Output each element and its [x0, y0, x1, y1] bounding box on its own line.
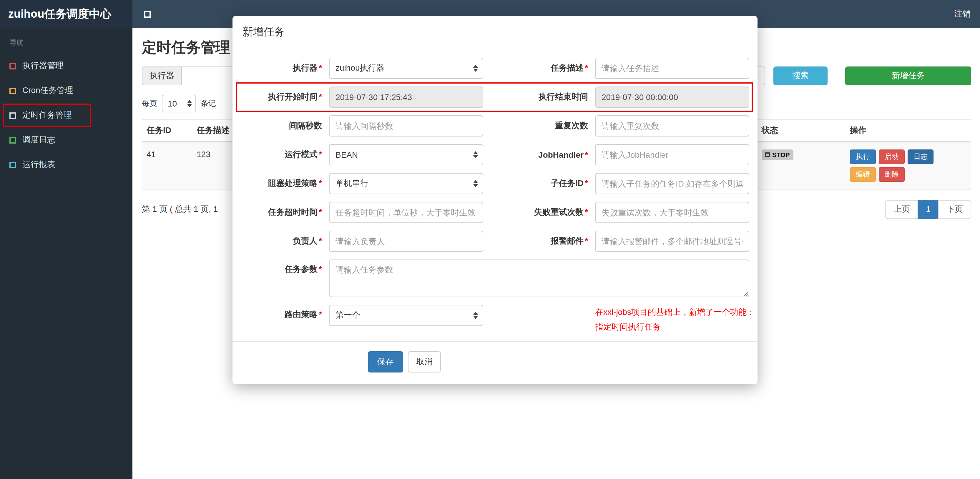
gray-square-icon [10, 112, 16, 119]
next-page-button[interactable]: 下页 [938, 200, 971, 219]
timeout-label: 任务超时时间* [241, 207, 322, 218]
block-strategy-label: 阻塞处理策略* [241, 178, 322, 189]
per-page-select[interactable]: 10 [162, 95, 196, 112]
form-row-time: 执行开始时间* 执行结束时间 [241, 86, 749, 108]
sidebar-item-label: 运行报表 [22, 159, 55, 170]
page-1-button[interactable]: 1 [918, 200, 939, 219]
select-arrows-icon [187, 100, 192, 107]
form-row: 运行模式* BEAN JobHandler* [241, 144, 749, 166]
cell-task-id: 41 [142, 142, 192, 189]
job-handler-input[interactable] [595, 144, 749, 166]
sidebar-item-scheduled-task-management[interactable]: 定时任务管理 [0, 103, 132, 128]
col-header-actions: 操作 [845, 120, 971, 141]
green-square-icon [10, 137, 16, 143]
sidebar-item-running-report[interactable]: 运行报表 [0, 153, 132, 177]
sidebar-toggle-button[interactable] [144, 11, 151, 18]
run-mode-select[interactable]: BEAN [329, 144, 483, 166]
per-page-prefix: 每页 [142, 98, 157, 109]
run-button[interactable]: 执行 [850, 150, 876, 164]
params-textarea[interactable] [329, 259, 749, 297]
add-task-button[interactable]: 新增任务 [845, 67, 971, 85]
select-arrows-icon [473, 180, 478, 187]
app-window: zuihou任务调度中心 注销 导航 执行器管理 Cron任务管理 定时任务管理 [0, 0, 980, 479]
required-marker: * [319, 207, 322, 216]
form-row: 执行器* zuihou执行器 任务描述* [241, 58, 749, 79]
save-button[interactable]: 保存 [368, 351, 403, 372]
route-strategy-select[interactable]: 第一个 [329, 305, 483, 326]
required-marker: * [585, 207, 588, 216]
cell-actions: 执行 启动 日志 编辑 删除 [845, 142, 939, 189]
required-marker: * [319, 236, 322, 245]
repeat-input[interactable] [595, 115, 749, 137]
modal-footer: 保存 取消 [232, 341, 757, 384]
retry-input[interactable] [595, 202, 749, 223]
modal-title: 新增任务 [232, 16, 757, 48]
per-page-suffix: 条记 [201, 98, 216, 109]
logout-link[interactable]: 注销 [954, 9, 970, 19]
form-row: 阻塞处理策略* 单机串行 子任务ID* [241, 173, 749, 194]
repeat-label: 重复次数 [490, 121, 588, 131]
timeout-input[interactable] [329, 202, 483, 223]
log-button[interactable]: 日志 [908, 150, 934, 164]
feature-note-line1: 在xxl-jobs项目的基础上，新增了一个功能： [595, 305, 749, 319]
stop-square-icon [765, 153, 770, 157]
child-job-input[interactable] [595, 173, 749, 194]
feature-note-line2: 指定时间执行任务 [595, 319, 749, 334]
search-button[interactable]: 搜索 [773, 67, 827, 85]
alarm-email-label: 报警邮件* [490, 236, 588, 247]
interval-input[interactable] [329, 115, 483, 137]
form-row: 负责人* 报警邮件* [241, 231, 749, 252]
start-time-label: 执行开始时间* [241, 92, 322, 102]
sidebar-item-dispatch-log[interactable]: 调度日志 [0, 128, 132, 153]
route-strategy-label: 路由策略* [241, 310, 322, 320]
brand-logo: zuihou任务调度中心 [0, 0, 132, 28]
prev-page-button[interactable]: 上页 [885, 200, 918, 219]
params-label: 任务参数* [241, 264, 322, 275]
sidebar-item-executor-management[interactable]: 执行器管理 [0, 54, 132, 78]
start-time-input[interactable] [329, 86, 483, 108]
sidebar-item-label: 执行器管理 [22, 60, 64, 71]
sidebar-item-cron-task-management[interactable]: Cron任务管理 [0, 78, 132, 103]
cell-status: STOP [757, 142, 845, 189]
required-marker: * [319, 310, 322, 319]
child-job-label: 子任务ID* [490, 178, 588, 189]
select-arrows-icon [473, 65, 478, 72]
required-marker: * [585, 150, 588, 159]
required-marker: * [319, 178, 322, 188]
executor-filter-label: 执行器 [142, 67, 181, 85]
col-header-status: 状态 [757, 120, 845, 141]
pagination: 上页 1 下页 [885, 200, 971, 219]
block-strategy-select[interactable]: 单机串行 [329, 173, 483, 194]
cyan-square-icon [10, 162, 16, 168]
feature-note: 在xxl-jobs项目的基础上，新增了一个功能： 指定时间执行任务 [595, 305, 749, 334]
owner-input[interactable] [329, 231, 483, 252]
select-arrows-icon [473, 312, 478, 319]
cancel-button[interactable]: 取消 [408, 351, 441, 372]
alarm-email-input[interactable] [595, 231, 749, 252]
task-desc-input[interactable] [595, 58, 749, 79]
orange-square-icon [10, 88, 16, 94]
run-mode-label: 运行模式* [241, 150, 322, 160]
end-time-input[interactable] [595, 86, 749, 108]
red-square-icon [10, 63, 16, 69]
form-row: 任务超时时间* 失败重试次数* [241, 202, 749, 223]
delete-button[interactable]: 删除 [879, 167, 905, 182]
sidebar-item-label: 定时任务管理 [22, 110, 72, 121]
edit-button[interactable]: 编辑 [850, 167, 876, 182]
required-marker: * [585, 178, 588, 188]
executor-select[interactable]: zuihou执行器 [329, 58, 483, 79]
sidebar: 导航 执行器管理 Cron任务管理 定时任务管理 调度日志 运行报表 [0, 28, 132, 479]
sidebar-section-label: 导航 [0, 28, 132, 54]
sidebar-item-label: 调度日志 [22, 135, 55, 145]
retry-label: 失败重试次数* [490, 207, 588, 218]
add-task-modal: 新增任务 执行器* zuihou执行器 任务描述* 执行开始时间* 执行结束时间 [232, 16, 757, 384]
status-badge: STOP [762, 150, 794, 160]
pagination-summary: 第 1 页 ( 总共 1 页, 1 [142, 204, 218, 215]
select-arrows-icon [473, 151, 478, 158]
required-marker: * [319, 264, 322, 274]
start-button[interactable]: 启动 [879, 150, 905, 164]
menu-toggle-icon [144, 11, 151, 18]
required-marker: * [319, 63, 322, 72]
owner-label: 负责人* [241, 236, 322, 247]
modal-body: 执行器* zuihou执行器 任务描述* 执行开始时间* 执行结束时间 间隔秒数 [232, 48, 757, 334]
